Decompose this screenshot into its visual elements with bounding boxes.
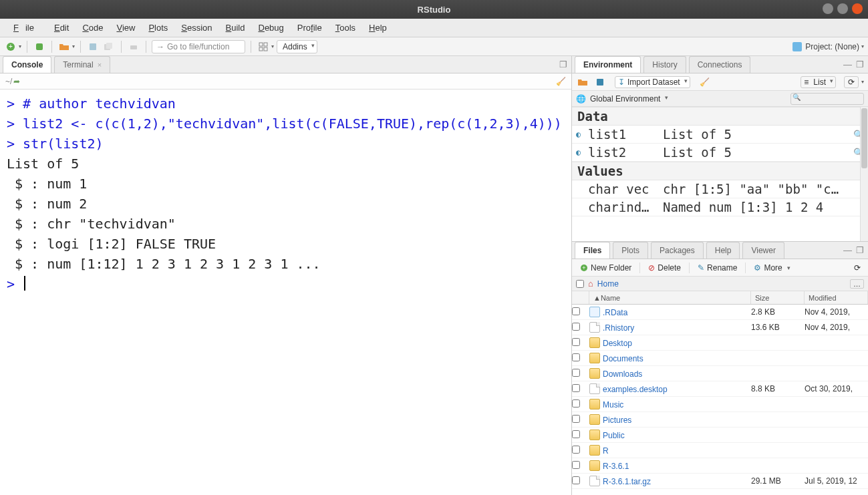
file-row[interactable]: R-3.6.1 <box>572 458 868 474</box>
file-name[interactable]: R-3.6.1.tar.gz <box>603 477 651 486</box>
env-row[interactable]: char_vecchr [1:5] "aa" "bb" "c… <box>572 180 868 198</box>
file-checkbox[interactable] <box>572 369 580 377</box>
file-checkbox[interactable] <box>572 307 580 315</box>
refresh-files-icon[interactable]: ⟳ <box>851 261 864 275</box>
menu-profile[interactable]: Profile <box>291 20 329 35</box>
env-row[interactable]: ◐list1List of 5🔍 <box>572 126 868 144</box>
file-name[interactable]: .RData <box>603 308 627 317</box>
menu-build[interactable]: Build <box>219 20 252 35</box>
tab-viewer[interactable]: Viewer <box>742 242 784 259</box>
pane-maximize-icon[interactable]: ❐ <box>856 59 864 69</box>
new-project-button[interactable] <box>33 40 46 53</box>
delete-button[interactable]: ⊘Delete <box>644 263 685 273</box>
file-checkbox[interactable] <box>572 399 580 407</box>
tab-history[interactable]: History <box>643 56 686 73</box>
col-name[interactable]: ▲ Name <box>589 291 751 304</box>
file-row[interactable]: R <box>572 443 868 458</box>
file-name[interactable]: .Rhistory <box>603 323 634 333</box>
file-checkbox[interactable] <box>572 446 580 454</box>
menu-view[interactable]: View <box>110 20 142 35</box>
grid-view-button[interactable] <box>257 40 270 53</box>
file-row[interactable]: .RData2.8 KBNov 4, 2019, <box>572 305 868 320</box>
file-row[interactable]: .Rhistory13.6 KBNov 4, 2019, <box>572 320 868 335</box>
file-checkbox[interactable] <box>572 476 580 484</box>
file-row[interactable]: Desktop <box>572 335 868 351</box>
window-close-button[interactable] <box>852 3 863 14</box>
new-file-button[interactable]: + <box>4 40 17 53</box>
print-button[interactable] <box>127 40 140 53</box>
menu-edit[interactable]: Edit <box>47 20 76 35</box>
file-name[interactable]: R <box>603 446 609 456</box>
tab-help[interactable]: Help <box>706 242 740 259</box>
menu-session[interactable]: Session <box>174 20 219 35</box>
file-row[interactable]: Public <box>572 428 868 443</box>
menu-plots[interactable]: Plots <box>142 20 174 35</box>
select-all-checkbox[interactable] <box>576 280 584 288</box>
pane-window-icon[interactable]: ❐ <box>559 59 567 69</box>
file-checkbox[interactable] <box>572 353 580 361</box>
pane-minimize-icon[interactable]: — <box>843 59 852 69</box>
tab-files[interactable]: Files <box>575 242 610 259</box>
tab-console[interactable]: Console <box>3 56 51 73</box>
project-dropdown-icon[interactable]: ▾ <box>861 43 864 49</box>
file-row[interactable]: Downloads <box>572 366 868 381</box>
save-all-button[interactable] <box>102 40 116 53</box>
breadcrumb-home[interactable]: Home <box>597 279 619 289</box>
console-output[interactable]: > # author techvidvan > list2 <- c(c(1,2… <box>0 90 571 495</box>
window-minimize-button[interactable] <box>823 3 833 14</box>
files-list[interactable]: .RData2.8 KBNov 4, 2019,.Rhistory13.6 KB… <box>572 305 868 495</box>
env-scrollbar[interactable] <box>860 107 868 241</box>
file-name[interactable]: Desktop <box>603 339 632 348</box>
file-name[interactable]: Public <box>603 431 625 440</box>
clear-workspace-icon[interactable]: 🧹 <box>698 75 712 89</box>
file-checkbox[interactable] <box>572 430 580 438</box>
file-row[interactable]: Pictures <box>572 412 868 428</box>
open-file-button[interactable] <box>57 40 71 53</box>
tab-terminal[interactable]: Terminal× <box>54 56 110 73</box>
file-name[interactable]: Pictures <box>603 416 631 425</box>
goto-file-function-input[interactable]: Go to file/function <box>152 40 245 53</box>
env-list[interactable]: Data◐list1List of 5🔍◐list2List of 5🔍Valu… <box>572 107 868 241</box>
file-checkbox[interactable] <box>572 415 580 423</box>
file-checkbox[interactable] <box>572 323 580 331</box>
scope-dropdown[interactable]: Global Environment <box>590 94 668 104</box>
file-row[interactable]: Documents <box>572 351 868 366</box>
file-name[interactable]: examples.desktop <box>603 385 668 394</box>
close-icon[interactable]: × <box>98 61 102 69</box>
menu-tools[interactable]: Tools <box>329 20 362 35</box>
file-name[interactable]: Documents <box>603 354 643 363</box>
env-list-button[interactable]: List <box>801 76 836 88</box>
import-dataset-button[interactable]: Import Dataset <box>615 76 690 88</box>
env-row[interactable]: ◐list2List of 5🔍 <box>572 144 868 162</box>
save-button[interactable] <box>86 40 100 53</box>
file-row[interactable]: Music <box>572 397 868 412</box>
menu-file[interactable]: File <box>7 20 47 35</box>
pane-maximize-icon[interactable]: ❐ <box>856 245 864 255</box>
more-button[interactable]: ⚙More <box>750 263 791 273</box>
clear-console-icon[interactable]: 🧹 <box>556 77 566 86</box>
load-workspace-icon[interactable] <box>576 75 589 89</box>
project-label[interactable]: Project: (None) <box>805 42 859 51</box>
window-maximize-button[interactable] <box>837 3 848 14</box>
file-row[interactable]: R-3.6.1.tar.gz29.1 MBJul 5, 2019, 12 <box>572 474 868 489</box>
new-folder-button[interactable]: +New Folder <box>576 263 635 273</box>
rename-button[interactable]: ✎Rename <box>694 263 741 273</box>
refresh-env-icon[interactable]: ⟳ <box>844 76 859 88</box>
pane-minimize-icon[interactable]: — <box>843 245 852 255</box>
tab-environment[interactable]: Environment <box>575 56 641 73</box>
file-checkbox[interactable] <box>572 384 580 392</box>
col-modified[interactable]: Modified <box>805 291 868 304</box>
save-workspace-icon[interactable] <box>593 75 607 89</box>
expand-icon[interactable]: ◐ <box>576 148 585 157</box>
menu-debug[interactable]: Debug <box>252 20 291 35</box>
expand-icon[interactable]: ◐ <box>576 130 585 139</box>
file-name[interactable]: R-3.6.1 <box>603 462 629 471</box>
file-row[interactable]: examples.desktop8.8 KBOct 30, 2019, <box>572 381 868 397</box>
breadcrumb-more-icon[interactable]: … <box>850 279 864 289</box>
file-name[interactable]: Music <box>603 400 623 409</box>
menu-code[interactable]: Code <box>76 20 110 35</box>
tab-connections[interactable]: Connections <box>689 56 751 73</box>
file-checkbox[interactable] <box>572 461 580 469</box>
goto-workdir-icon[interactable]: ➦ <box>13 77 20 86</box>
env-search-input[interactable] <box>790 93 864 105</box>
